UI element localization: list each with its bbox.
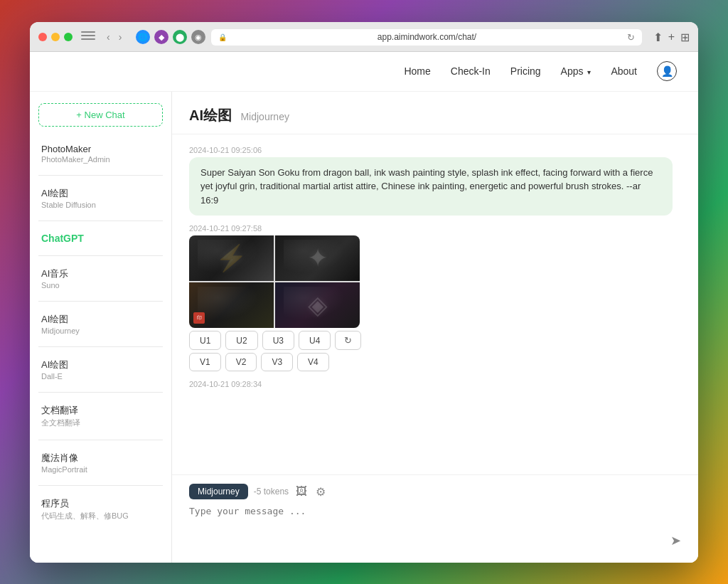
input-toolbar: Midjourney -5 tokens 🖼 ⚙ <box>189 484 681 500</box>
u-buttons-row: U1 U2 U3 U4 ↻ <box>189 331 681 350</box>
nav-checkin[interactable]: Check-In <box>451 63 491 80</box>
sidebar-item-subtitle: Suno <box>41 281 160 290</box>
model-badge[interactable]: Midjourney <box>189 484 248 499</box>
chat-title: AI绘图 <box>189 107 232 123</box>
main-layout: + New Chat PhotoMaker PhotoMaker_Admin A… <box>30 92 698 563</box>
u3-button[interactable]: U3 <box>262 331 294 350</box>
bottom-timestamp: 2024-10-21 09:28:34 <box>189 380 681 388</box>
sidebar-item-chatgpt[interactable]: ChatGPT <box>38 227 163 250</box>
send-button[interactable]: ➤ <box>670 533 681 548</box>
sidebar-divider <box>38 175 163 176</box>
maximize-button[interactable] <box>64 33 73 41</box>
bottom-timestamp-group: 2024-10-21 09:28:34 <box>189 380 681 391</box>
sidebar-item-title: AI绘图 <box>41 359 160 371</box>
chat-subtitle: Midjourney <box>240 111 289 122</box>
sidebar-item-ai-draw-dalle[interactable]: AI绘图 Dall-E <box>38 353 163 386</box>
sidebar-divider <box>38 255 163 256</box>
nav-home[interactable]: Home <box>404 63 430 80</box>
ink-splash-3 <box>198 287 265 323</box>
sidebar-item-title: AI音乐 <box>41 267 160 280</box>
sidebar-item-ai-music[interactable]: AI音乐 Suno <box>38 262 163 295</box>
sidebar-item-title: AI绘图 <box>41 187 160 200</box>
sidebar-divider <box>38 346 163 347</box>
sidebar-item-subtitle: Midjourney <box>41 326 160 335</box>
figure-4: ◈ <box>308 290 328 320</box>
share-button[interactable]: ⬆ <box>653 31 663 44</box>
message-input[interactable] <box>189 506 681 548</box>
sidebar-item-subtitle: Dall-E <box>41 372 160 381</box>
nav-about[interactable]: About <box>611 63 637 80</box>
message-group-1: 2024-10-21 09:25:06 Super Saiyan Son Gok… <box>189 146 681 216</box>
add-tab-button[interactable]: + <box>668 31 675 43</box>
site-content: Home Check-In Pricing Apps ▾ About 👤 + N… <box>30 52 698 563</box>
nav-pricing[interactable]: Pricing <box>510 63 541 80</box>
sidebar-divider <box>38 392 163 393</box>
image-response-group: 2024-10-21 09:27:58 ⚡ ✦ <box>189 224 681 371</box>
browser-icons: 🌐 ◆ ⬤ ◉ <box>136 30 205 44</box>
sidebar-item-title: 魔法肖像 <box>41 452 160 464</box>
u4-button[interactable]: U4 <box>299 331 331 350</box>
nav-apps[interactable]: Apps ▾ <box>561 63 592 80</box>
image-cell-1: ⚡ <box>189 235 274 281</box>
image-timestamp: 2024-10-21 09:27:58 <box>189 224 681 233</box>
generated-image-grid: ⚡ ✦ 印 ◈ <box>189 235 360 328</box>
sidebar-toggle-icon[interactable] <box>81 31 95 43</box>
sidebar-item-photomaker[interactable]: PhotoMaker PhotoMaker_Admin <box>38 138 163 169</box>
sidebar-divider <box>38 221 163 221</box>
forward-button[interactable]: › <box>116 30 125 44</box>
sidebar-item-title: 程序员 <box>41 497 160 510</box>
chat-messages: 2024-10-21 09:25:06 Super Saiyan Son Gok… <box>172 134 698 474</box>
sidebar-item-magic-portrait[interactable]: 魔法肖像 MagicPortrait <box>38 446 163 479</box>
sidebar-divider <box>38 485 163 486</box>
figure-2: ✦ <box>307 243 328 273</box>
message-timestamp-1: 2024-10-21 09:25:06 <box>189 146 681 154</box>
v1-button[interactable]: V1 <box>189 353 221 371</box>
sidebar-item-title: PhotoMaker <box>41 144 160 154</box>
traffic-lights <box>38 33 73 41</box>
refresh-icon[interactable]: ↻ <box>627 32 635 43</box>
chat-input-area: Midjourney -5 tokens 🖼 ⚙ ➤ <box>172 474 698 563</box>
sidebar-divider <box>38 440 163 440</box>
image-cell-2: ✦ <box>275 235 360 281</box>
url-text: app.aimindwork.com/chat/ <box>231 32 622 42</box>
message-input-wrap: ➤ <box>189 506 681 551</box>
browser-icon-4: ◉ <box>191 30 205 44</box>
close-button[interactable] <box>38 33 47 41</box>
sidebar-item-subtitle: PhotoMaker_Admin <box>41 155 160 164</box>
sidebar-item-programmer[interactable]: 程序员 代码生成、解释、修BUG <box>38 492 163 527</box>
image-cell-4: ◈ <box>275 282 360 328</box>
browser-window: ‹ › 🌐 ◆ ⬤ ◉ 🔒 app.aimindwork.com/chat/ ↻… <box>30 22 698 563</box>
v4-button[interactable]: V4 <box>297 353 329 371</box>
site-nav: Home Check-In Pricing Apps ▾ About 👤 <box>30 52 698 92</box>
sidebar-item-ai-draw-midjourney[interactable]: AI绘图 Midjourney <box>38 307 163 341</box>
address-bar[interactable]: 🔒 app.aimindwork.com/chat/ ↻ <box>211 29 641 46</box>
nav-arrows: ‹ › <box>104 30 124 44</box>
v2-button[interactable]: V2 <box>225 353 257 371</box>
chat-area: AI绘图 Midjourney 2024-10-21 09:25:06 Supe… <box>172 92 698 563</box>
settings-button[interactable]: ⚙ <box>314 484 327 500</box>
browser-actions: ⬆ + ⊞ <box>653 31 690 44</box>
browser-chrome: ‹ › 🌐 ◆ ⬤ ◉ 🔒 app.aimindwork.com/chat/ ↻… <box>30 22 698 52</box>
refresh-button[interactable]: ↻ <box>335 331 361 350</box>
sidebar-item-doc-translate[interactable]: 文档翻译 全文档翻译 <box>38 398 163 434</box>
image-cell-3: 印 <box>189 282 274 328</box>
sidebar-item-subtitle: 代码生成、解释、修BUG <box>41 511 160 521</box>
message-bubble-1: Super Saiyan Son Goku from dragon ball, … <box>189 157 673 216</box>
back-button[interactable]: ‹ <box>104 30 113 44</box>
image-upload-button[interactable]: 🖼 <box>294 484 309 499</box>
sidebar-item-title: AI绘图 <box>41 313 160 326</box>
sidebar-item-ai-draw-1[interactable]: AI绘图 Stable Diffusion <box>38 181 163 215</box>
u2-button[interactable]: U2 <box>225 331 257 350</box>
sidebar: + New Chat PhotoMaker PhotoMaker_Admin A… <box>30 92 172 563</box>
minimize-button[interactable] <box>51 33 60 41</box>
browser-icon-1: 🌐 <box>136 30 150 44</box>
sidebar-divider <box>38 301 163 302</box>
u1-button[interactable]: U1 <box>189 331 221 350</box>
chat-header: AI绘图 Midjourney <box>172 92 698 134</box>
browser-icon-2: ◆ <box>154 30 168 44</box>
token-info: -5 tokens <box>254 487 289 497</box>
v3-button[interactable]: V3 <box>261 353 293 371</box>
new-chat-button[interactable]: + New Chat <box>38 103 163 127</box>
user-avatar-icon[interactable]: 👤 <box>657 61 677 81</box>
extensions-button[interactable]: ⊞ <box>680 31 690 44</box>
